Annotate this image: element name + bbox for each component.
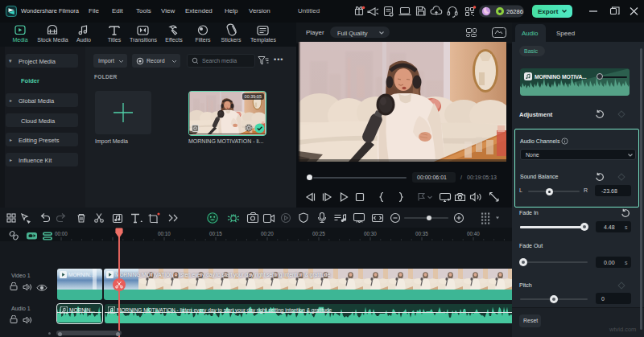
svg-text:00:40: 00:40 xyxy=(467,231,480,236)
svg-text:00:20: 00:20 xyxy=(261,231,274,236)
svg-text:00:10: 00:10 xyxy=(158,231,171,236)
svg-text:00:35: 00:35 xyxy=(415,231,428,236)
svg-text:26286: 26286 xyxy=(506,8,523,15)
svg-text:00:15: 00:15 xyxy=(209,231,222,236)
svg-text:00:00: 00:00 xyxy=(55,231,68,236)
svg-text:00:30: 00:30 xyxy=(364,231,377,236)
svg-text:00:25: 00:25 xyxy=(312,231,325,236)
